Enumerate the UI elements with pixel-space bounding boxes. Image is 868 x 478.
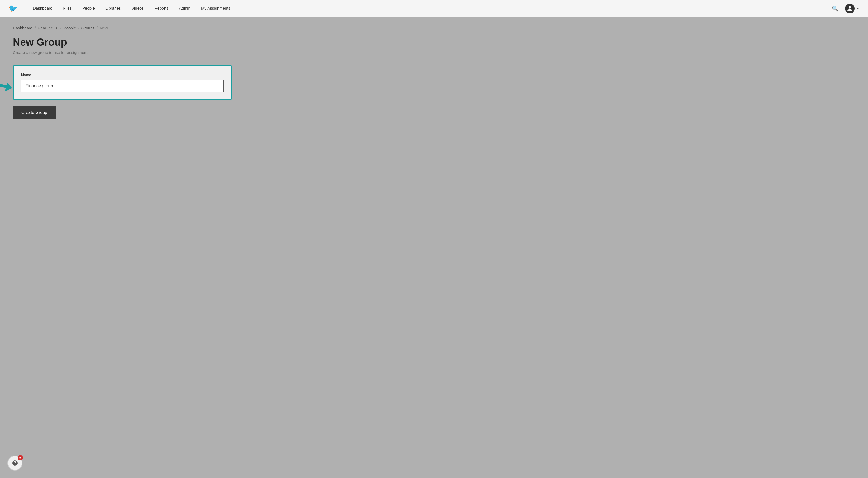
breadcrumb-sep-2: / (60, 26, 61, 30)
avatar (845, 4, 855, 13)
breadcrumb-org-name: Pear Inc. (38, 26, 54, 30)
org-chevron-icon: ▼ (55, 26, 58, 30)
breadcrumb: Dashboard / Pear Inc. ▼ / People / Group… (13, 26, 855, 30)
nav-dashboard[interactable]: Dashboard (29, 4, 57, 13)
breadcrumb-dashboard[interactable]: Dashboard (13, 26, 32, 30)
name-label: Name (21, 73, 223, 77)
nav-videos[interactable]: Videos (127, 4, 148, 13)
avatar-chevron-icon: ▼ (856, 7, 860, 10)
nav-people[interactable]: People (78, 4, 99, 13)
nav-links: Dashboard Files People Libraries Videos … (29, 4, 830, 13)
breadcrumb-sep-1: / (34, 26, 35, 30)
main-content: Dashboard / Pear Inc. ▼ / People / Group… (0, 17, 868, 128)
breadcrumb-org[interactable]: Pear Inc. ▼ (38, 26, 58, 30)
notification-widget[interactable]: 6 (7, 455, 23, 471)
nav-files[interactable]: Files (59, 4, 76, 13)
search-icon: 🔍 (832, 6, 839, 11)
user-avatar-button[interactable]: ▼ (845, 4, 860, 13)
notification-badge: 6 (18, 455, 23, 460)
navbar: 🐦 Dashboard Files People Libraries Video… (0, 0, 868, 17)
navbar-right: 🔍 ▼ (830, 4, 860, 13)
app-logo[interactable]: 🐦 (8, 5, 18, 12)
search-button[interactable]: 🔍 (830, 4, 841, 13)
breadcrumb-people[interactable]: People (64, 26, 76, 30)
help-icon (12, 460, 18, 466)
breadcrumb-current: New (100, 26, 108, 30)
arrow-svg (0, 60, 24, 97)
form-container: Name (13, 65, 232, 100)
breadcrumb-sep-4: / (97, 26, 98, 30)
name-input[interactable] (21, 79, 223, 92)
arrow-annotation (0, 60, 24, 99)
page-title: New Group (13, 37, 855, 48)
breadcrumb-groups[interactable]: Groups (82, 26, 95, 30)
breadcrumb-sep-3: / (78, 26, 79, 30)
nav-my-assignments[interactable]: My Assignments (197, 4, 235, 13)
nav-admin[interactable]: Admin (175, 4, 195, 13)
nav-libraries[interactable]: Libraries (101, 4, 125, 13)
page-subtitle: Create a new group to use for assignment (13, 50, 855, 55)
nav-reports[interactable]: Reports (150, 4, 173, 13)
create-group-button[interactable]: Create Group (13, 106, 56, 119)
notification-icon: 6 (7, 455, 23, 471)
